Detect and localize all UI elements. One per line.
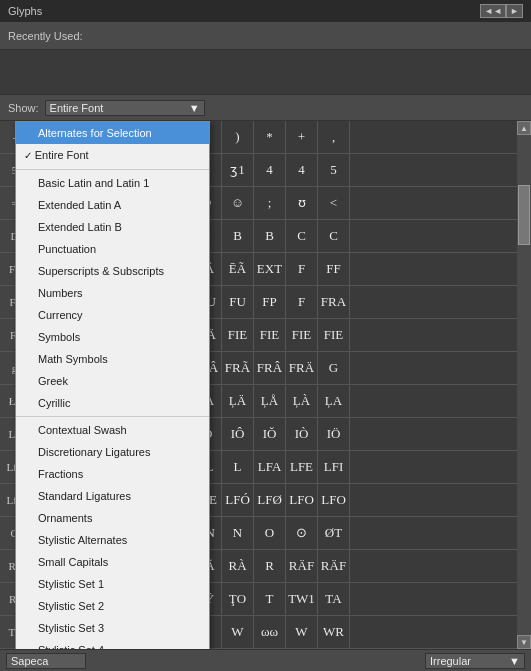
scroll-track[interactable]	[517, 135, 531, 635]
glyph-cell[interactable]: ĻÅ	[254, 385, 286, 417]
glyph-cell[interactable]: FU	[222, 286, 254, 318]
glyph-cell[interactable]: FRA	[318, 286, 350, 318]
scroll-up-button[interactable]: ▲	[517, 121, 531, 135]
glyph-cell[interactable]: LFA	[254, 451, 286, 483]
glyph-cell[interactable]: <	[318, 187, 350, 219]
style-dropdown[interactable]: Irregular ▼	[425, 653, 525, 669]
glyph-cell[interactable]: FRÂ	[254, 352, 286, 384]
dropdown-item-numbers[interactable]: Numbers	[16, 282, 209, 304]
glyph-cell[interactable]: ĻA	[318, 385, 350, 417]
glyph-cell[interactable]: RÄF	[286, 550, 318, 582]
glyph-cell[interactable]: 4	[286, 154, 318, 186]
dropdown-item-ss4[interactable]: Stylistic Set 4	[16, 639, 209, 649]
dropdown-item-currency[interactable]: Currency	[16, 304, 209, 326]
dropdown-item-std-lig[interactable]: Standard Ligatures	[16, 485, 209, 507]
glyph-cell[interactable]: ĻÄ	[222, 385, 254, 417]
glyph-cell[interactable]: IŎ	[254, 418, 286, 450]
glyph-cell[interactable]: FIE	[286, 319, 318, 351]
glyph-cell[interactable]: IÔ	[222, 418, 254, 450]
glyph-cell[interactable]: G	[318, 352, 350, 384]
glyph-cell[interactable]: W	[222, 616, 254, 648]
glyph-cell[interactable]: ĻÀ	[286, 385, 318, 417]
glyph-cell[interactable]: LFO	[318, 484, 350, 516]
dropdown-item-math[interactable]: Math Symbols	[16, 348, 209, 370]
glyph-cell[interactable]: C	[286, 220, 318, 252]
glyph-cell[interactable]: +	[286, 121, 318, 153]
collapse-button[interactable]: ◄◄	[480, 4, 506, 18]
glyph-cell[interactable]: C	[318, 220, 350, 252]
glyph-cell[interactable]: ŢO	[222, 583, 254, 615]
dropdown-item-ornaments[interactable]: Ornaments	[16, 507, 209, 529]
glyph-cell[interactable]: FIE	[254, 319, 286, 351]
dropdown-item-ss3[interactable]: Stylistic Set 3	[16, 617, 209, 639]
glyph-cell[interactable]: LFI	[318, 451, 350, 483]
glyph-cell[interactable]: N	[222, 517, 254, 549]
glyph-cell[interactable]: TA	[318, 583, 350, 615]
glyph-cell[interactable]: LFÓ	[222, 484, 254, 516]
dropdown-item-extended-b[interactable]: Extended Latin B	[16, 216, 209, 238]
glyph-cell[interactable]: IÒ	[286, 418, 318, 450]
dropdown-item-superscripts[interactable]: Superscripts & Subscripts	[16, 260, 209, 282]
glyph-cell[interactable]: LFO	[286, 484, 318, 516]
glyph-cell[interactable]: T	[254, 583, 286, 615]
glyph-cell[interactable]: RÀ	[222, 550, 254, 582]
glyph-cell[interactable]: ;	[254, 187, 286, 219]
glyph-cell[interactable]: FIE	[222, 319, 254, 351]
glyph-cell[interactable]: 5	[318, 154, 350, 186]
glyph-cell[interactable]: ʊ	[286, 187, 318, 219]
dropdown-item-symbols[interactable]: Symbols	[16, 326, 209, 348]
glyph-cell[interactable]: L	[222, 451, 254, 483]
scroll-down-button[interactable]: ▼	[517, 635, 531, 649]
glyph-cell[interactable]: *	[254, 121, 286, 153]
dropdown-item-disc-lig[interactable]: Discretionary Ligatures	[16, 441, 209, 463]
dropdown-item-entire-font[interactable]: Entire Font	[16, 144, 209, 167]
glyph-search-input[interactable]	[6, 653, 86, 669]
dropdown-item-alternates[interactable]: Alternates for Selection	[16, 122, 209, 144]
dropdown-item-extended-a[interactable]: Extended Latin A	[16, 194, 209, 216]
dropdown-item-small-caps[interactable]: Small Capitals	[16, 551, 209, 573]
glyph-cell[interactable]: ,	[318, 121, 350, 153]
glyph-cell[interactable]: F	[286, 286, 318, 318]
glyph-cell[interactable]: FRÃ	[222, 352, 254, 384]
glyph-cell[interactable]: ωω	[254, 616, 286, 648]
glyph-cell[interactable]: LFØ	[254, 484, 286, 516]
glyph-cell[interactable]: )	[222, 121, 254, 153]
glyph-cell[interactable]: WR	[318, 616, 350, 648]
glyph-cell[interactable]: 4	[254, 154, 286, 186]
dropdown-item-stylistic-alt[interactable]: Stylistic Alternates	[16, 529, 209, 551]
glyph-cell[interactable]: ʒ1	[222, 154, 254, 186]
show-dropdown[interactable]: Entire Font ▼	[45, 100, 205, 116]
dropdown-separator	[16, 169, 209, 170]
glyph-cell[interactable]: ĒÃ	[222, 253, 254, 285]
glyph-cell[interactable]: FP	[254, 286, 286, 318]
glyph-cell[interactable]: LFE	[286, 451, 318, 483]
dropdown-item-contextual[interactable]: Contextual Swash	[16, 419, 209, 441]
dropdown-item-basic-latin[interactable]: Basic Latin and Latin 1	[16, 172, 209, 194]
glyph-cell[interactable]: ☺	[222, 187, 254, 219]
glyph-cell[interactable]: FF	[318, 253, 350, 285]
glyph-cell[interactable]: RÄF	[318, 550, 350, 582]
dropdown-item-cyrillic[interactable]: Cyrillic	[16, 392, 209, 414]
vertical-scrollbar[interactable]: ▲ ▼	[517, 121, 531, 649]
show-bar: Show: Entire Font ▼	[0, 95, 531, 121]
dropdown-item-greek[interactable]: Greek	[16, 370, 209, 392]
dropdown-item-ss1[interactable]: Stylistic Set 1	[16, 573, 209, 595]
glyph-cell[interactable]: TW1	[286, 583, 318, 615]
glyph-cell[interactable]: IÖ	[318, 418, 350, 450]
expand-button[interactable]: ►	[506, 4, 523, 18]
glyph-cell[interactable]: O	[254, 517, 286, 549]
glyph-cell[interactable]: F	[286, 253, 318, 285]
glyph-cell[interactable]: ØT	[318, 517, 350, 549]
dropdown-item-punctuation[interactable]: Punctuation	[16, 238, 209, 260]
glyph-cell[interactable]: FIE	[318, 319, 350, 351]
glyph-cell[interactable]: EXT	[254, 253, 286, 285]
glyph-cell[interactable]: ⊙	[286, 517, 318, 549]
glyph-cell[interactable]: R	[254, 550, 286, 582]
glyph-cell[interactable]: W	[286, 616, 318, 648]
glyph-cell[interactable]: FRÄ	[286, 352, 318, 384]
scroll-thumb[interactable]	[518, 185, 530, 245]
dropdown-item-fractions[interactable]: Fractions	[16, 463, 209, 485]
glyph-cell[interactable]: B	[222, 220, 254, 252]
glyph-cell[interactable]: B	[254, 220, 286, 252]
dropdown-item-ss2[interactable]: Stylistic Set 2	[16, 595, 209, 617]
